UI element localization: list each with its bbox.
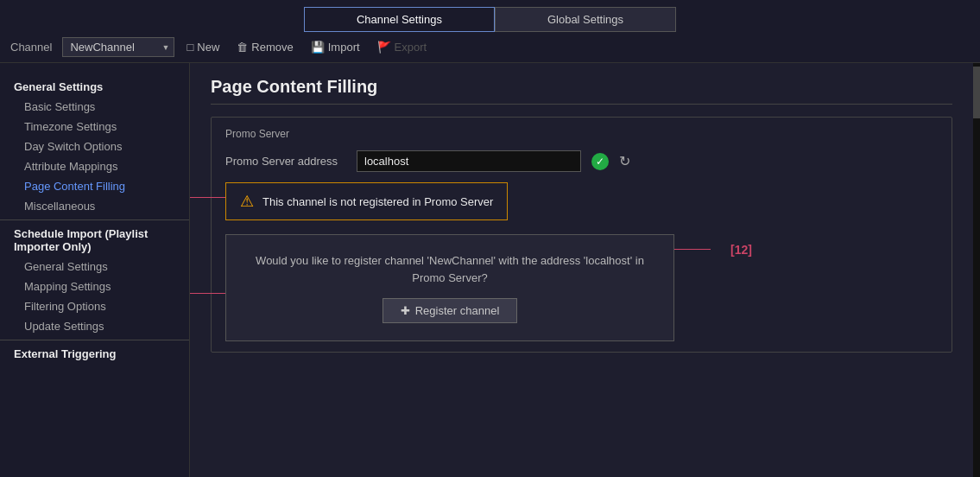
channel-select-wrapper[interactable]: NewChannel xyxy=(62,37,174,57)
content-area: Page Content Filling Promo Server Promo … xyxy=(190,63,973,477)
tab-channel-settings[interactable]: Channel Settings xyxy=(304,7,495,32)
promo-address-row: Promo Server address ✓ ↻ xyxy=(225,150,938,172)
promo-server-section: Promo Server Promo Server address ✓ ↻ ⚠ … xyxy=(211,117,952,353)
sidebar-item-timezone[interactable]: Timezone Settings xyxy=(0,117,189,137)
remove-label: Remove xyxy=(251,41,293,54)
new-button[interactable]: □ New xyxy=(181,39,224,55)
channel-label: Channel xyxy=(10,41,52,54)
sidebar-item-day-switch[interactable]: Day Switch Options xyxy=(0,137,189,156)
warning-text: This channel is not registered in Promo … xyxy=(262,195,493,208)
sidebar-item-update-settings[interactable]: Update Settings xyxy=(0,316,189,336)
annotation-12-line xyxy=(674,249,711,250)
annotation-12: [12] xyxy=(730,243,752,257)
import-label: Import xyxy=(328,41,360,54)
register-channel-button[interactable]: ✚ Register channel xyxy=(383,298,518,323)
sidebar-item-page-content[interactable]: Page Content Filling xyxy=(0,176,189,196)
remove-icon: 🗑 xyxy=(237,41,248,54)
import-icon: 💾 xyxy=(311,41,325,54)
promo-server-legend: Promo Server xyxy=(225,128,938,140)
import-button[interactable]: 💾 Import xyxy=(306,39,365,55)
warning-box: ⚠ This channel is not registered in Prom… xyxy=(225,182,508,220)
export-label: Export xyxy=(395,41,427,54)
scrollbar-track[interactable] xyxy=(973,63,980,477)
sidebar: General Settings Basic Settings Timezone… xyxy=(0,63,190,477)
sidebar-section-external: External Triggering xyxy=(0,340,189,364)
export-icon: 🚩 xyxy=(377,41,391,54)
sidebar-item-general-settings[interactable]: General Settings xyxy=(0,257,189,277)
sidebar-item-filtering-options[interactable]: Filtering Options xyxy=(0,296,189,316)
sidebar-section-general: General Settings xyxy=(0,73,189,97)
warning-triangle-icon: ⚠ xyxy=(240,192,254,211)
tab-bar: Channel Settings Global Settings xyxy=(0,0,980,32)
sidebar-section-schedule: Schedule Import (Playlist Importer Only) xyxy=(0,219,189,257)
register-prompt-text: Would you like to register channel 'NewC… xyxy=(247,252,653,286)
new-label: New xyxy=(197,41,219,54)
channel-toolbar: Channel NewChannel □ New 🗑 Remove 💾 Impo… xyxy=(0,32,980,63)
check-icon: ✓ xyxy=(591,153,609,170)
promo-address-input[interactable] xyxy=(357,150,581,172)
scrollbar-thumb[interactable] xyxy=(973,67,980,118)
page-title: Page Content Filling xyxy=(211,77,952,105)
channel-select[interactable]: NewChannel xyxy=(62,37,174,57)
refresh-icon[interactable]: ↻ xyxy=(619,153,630,169)
export-button[interactable]: 🚩 Export xyxy=(372,39,433,55)
new-icon: □ xyxy=(187,41,193,54)
tab-global-settings[interactable]: Global Settings xyxy=(495,7,676,32)
register-btn-label: Register channel xyxy=(415,304,500,317)
sidebar-item-attribute-mappings[interactable]: Attribute Mappings xyxy=(0,156,189,176)
plus-icon: ✚ xyxy=(401,304,410,317)
annotation-11-line xyxy=(190,197,225,198)
main-layout: General Settings Basic Settings Timezone… xyxy=(0,63,980,477)
sidebar-item-mapping-settings[interactable]: Mapping Settings xyxy=(0,277,189,296)
annotation-13-line xyxy=(190,293,225,294)
register-box: Would you like to register channel 'NewC… xyxy=(225,234,674,341)
sidebar-item-miscellaneous[interactable]: Miscellaneous xyxy=(0,196,189,216)
sidebar-item-basic-settings[interactable]: Basic Settings xyxy=(0,97,189,117)
promo-address-label: Promo Server address xyxy=(225,155,346,168)
remove-button[interactable]: 🗑 Remove xyxy=(231,39,298,55)
